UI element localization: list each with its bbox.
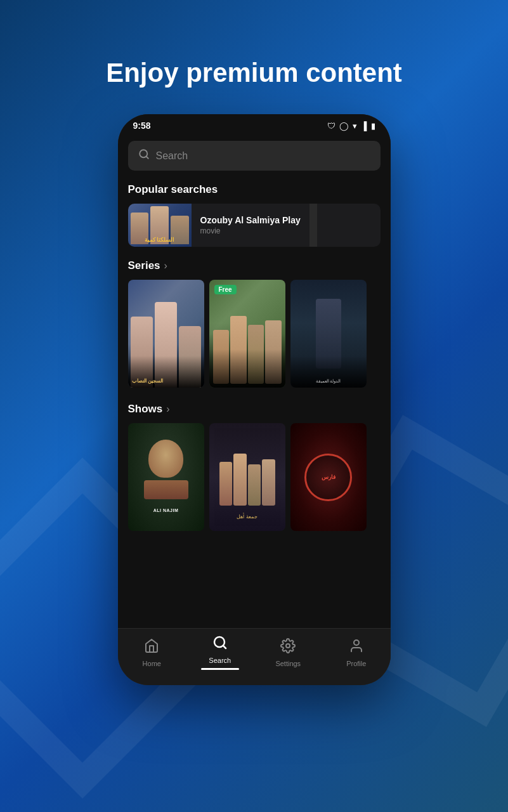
status-icons: 🛡 ◯ ▾ ▐ ▮ <box>327 121 375 131</box>
shield-icon: 🛡 <box>327 121 335 131</box>
spacer <box>118 541 391 554</box>
bottom-nav: Home Search Settings <box>118 628 391 685</box>
settings-icon <box>280 638 296 657</box>
nav-settings[interactable]: Settings <box>254 638 323 667</box>
popular-thumb: السلكتا كمية <box>128 204 192 247</box>
home-icon <box>144 638 159 657</box>
popular-searches-section: Popular searches ا <box>118 178 391 254</box>
show-card-1-text: ALI NAJIM <box>153 508 179 513</box>
show-card-1[interactable]: ALI NAJIM <box>128 423 204 531</box>
series-arrow-icon[interactable]: › <box>164 260 167 272</box>
svg-line-1 <box>146 157 148 159</box>
series-card-3[interactable]: الدولة العميقة <box>290 280 367 388</box>
popular-info: Ozouby Al Salmiya Play movie <box>192 209 309 242</box>
free-badge: Free <box>214 285 237 294</box>
popular-title: Ozouby Al Salmiya Play <box>200 215 301 225</box>
series-card-1[interactable]: السجين النصاب <box>128 280 204 388</box>
app-content: Search Popular searches <box>118 133 391 628</box>
shows-arrow-icon[interactable]: › <box>166 403 169 415</box>
profile-icon <box>349 638 364 657</box>
nav-search-label: Search <box>209 657 231 664</box>
shows-cards-row: ALI NAJIM <box>128 423 381 531</box>
shows-title: Shows <box>128 403 163 416</box>
search-icon <box>138 148 150 163</box>
nav-home[interactable]: Home <box>118 638 186 667</box>
search-bar[interactable]: Search <box>128 141 381 171</box>
popular-thumb-text: السلكتا كمية <box>142 234 178 246</box>
signal-icon: ▐ <box>361 121 367 131</box>
search-nav-icon <box>212 635 228 654</box>
series-header: Series › <box>128 259 381 272</box>
popular-type: movie <box>200 226 301 235</box>
nav-settings-label: Settings <box>275 660 301 667</box>
status-bar: 9:58 🛡 ◯ ▾ ▐ ▮ <box>118 114 391 133</box>
search-placeholder: Search <box>156 150 188 162</box>
card-2-overlay <box>209 350 285 388</box>
shows-section: Shows › ALI NAJIM <box>118 398 391 541</box>
series-card-2[interactable]: Free <box>209 280 285 388</box>
circle-icon: ◯ <box>339 121 349 131</box>
nav-home-label: Home <box>143 660 161 667</box>
show-card-2[interactable]: جمعة أهل <box>209 423 285 531</box>
hero-title: Enjoy premium content <box>106 57 402 89</box>
series-title: Series <box>128 259 160 272</box>
nav-profile-label: Profile <box>346 660 366 667</box>
series-card-3-text: الدولة العميقة <box>294 379 363 384</box>
battery-icon: ▮ <box>371 121 375 131</box>
popular-searches-title: Popular searches <box>128 183 381 196</box>
show-card-3[interactable]: فارس <box>290 423 367 531</box>
show-card-3-text: فارس <box>322 474 335 480</box>
series-cards-row: السجين النصاب <box>128 280 381 388</box>
series-section: Series › <box>118 254 391 398</box>
popular-extra <box>309 204 317 247</box>
nav-search[interactable]: Search <box>186 635 254 670</box>
svg-point-4 <box>286 644 290 648</box>
popular-card[interactable]: السلكتا كمية Ozouby Al Salmiya Play movi… <box>128 204 381 247</box>
shows-header: Shows › <box>128 403 381 416</box>
series-card-1-text: السجين النصاب <box>132 378 163 384</box>
wifi-icon: ▾ <box>353 121 357 131</box>
nav-profile[interactable]: Profile <box>322 638 391 667</box>
show-card-2-text: جمعة أهل <box>237 514 257 520</box>
svg-line-3 <box>223 646 225 648</box>
phone-frame: 9:58 🛡 ◯ ▾ ▐ ▮ Search Popular searches <box>118 114 391 685</box>
svg-point-5 <box>354 640 359 645</box>
nav-active-indicator <box>201 668 239 670</box>
status-time: 9:58 <box>133 121 151 131</box>
